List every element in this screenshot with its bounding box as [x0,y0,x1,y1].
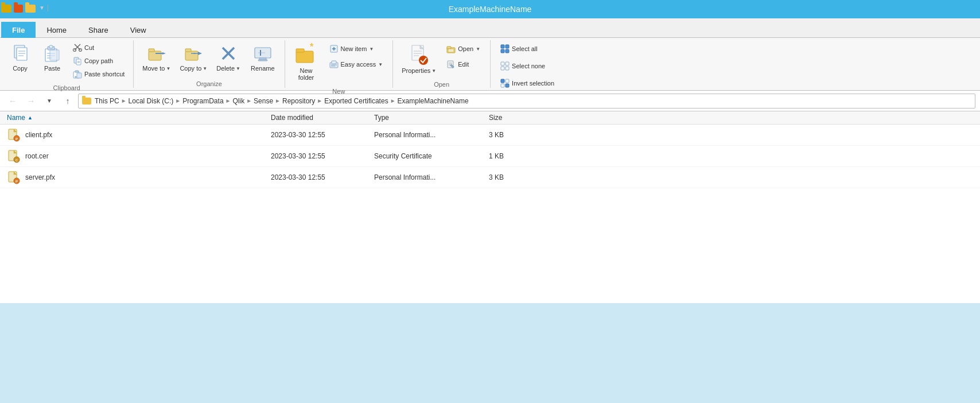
svg-rect-17 [76,59,81,65]
svg-rect-11 [50,50,59,60]
column-type[interactable]: Type [374,114,489,122]
file-size-0: 3 KB [489,131,546,139]
path-segment-7[interactable]: ExampleMachineName [398,97,469,105]
svg-rect-40 [296,51,313,63]
menu-tabs: File Home Share View [0,18,980,38]
svg-rect-69 [501,67,504,70]
open-button[interactable]: Open ▼ [441,41,485,56]
paste-shortcut-icon [73,69,82,79]
copy-to-icon [183,43,204,64]
file-row-0[interactable]: P client.pfx 2023-03-30 12:55 Personal I… [0,125,980,146]
column-size[interactable]: Size [489,114,546,122]
column-name[interactable]: Name ▲ [7,114,271,122]
svg-rect-25 [149,49,154,52]
file-list-container: Name ▲ Date modified Type Size [0,111,980,303]
ribbon-group-clipboard: Copy [0,40,134,88]
ribbon: Copy [0,38,980,91]
svg-rect-70 [505,67,509,70]
edit-button[interactable]: Edit [441,57,485,72]
select-all-button[interactable]: Select all [495,41,559,56]
svg-rect-65 [501,49,504,53]
invert-selection-button[interactable]: Invert selection [495,76,559,91]
edit-icon [446,60,456,69]
back-button[interactable]: ← [5,93,21,109]
paste-button[interactable]: Paste [37,40,68,75]
tab-view[interactable]: View [119,22,157,38]
copy-path-icon [73,56,82,65]
path-segment-1[interactable]: Local Disk (C:) [129,97,174,105]
address-bar: ← → ▼ ↑ This PC ► Local Disk (C:) ► Prog… [0,91,980,111]
file-type-0: Personal Informati... [374,131,489,139]
empty-area [0,188,980,303]
ribbon-group-open: Properties ▼ Open [393,40,491,88]
forward-button[interactable]: → [23,93,39,109]
tab-share[interactable]: Share [77,22,119,38]
svg-text:C: C [15,158,18,162]
ribbon-group-organize: Move to ▼ [134,40,285,88]
svg-rect-71 [501,79,504,83]
svg-rect-7 [49,45,53,48]
file-date-0: 2023-03-30 12:55 [271,131,374,139]
svg-rect-73 [501,84,504,87]
path-segment-6[interactable]: Exported Certificates [324,97,388,105]
path-segment-4[interactable]: Sense [254,97,273,105]
ribbon-group-new: * Newfolder [285,40,394,88]
address-path[interactable]: This PC ► Local Disk (C:) ► ProgramData … [78,94,975,108]
file-row-1[interactable]: C root.cer 2023-03-30 12:55 Security Cer… [0,146,980,167]
tab-file[interactable]: File [1,22,36,38]
new-item-button[interactable]: New item ▼ [324,41,388,56]
file-name-0: client.pfx [25,131,52,139]
up-button[interactable]: ↑ [60,93,76,109]
svg-rect-22 [77,73,81,78]
move-to-button[interactable]: Move to ▼ [138,40,174,75]
path-segment-5[interactable]: Repository [282,97,315,105]
svg-text:*: * [310,43,314,52]
file-date-2: 2023-03-30 12:55 [271,173,374,181]
delete-button[interactable]: Delete ▼ [212,40,244,75]
path-segment-2[interactable]: ProgramData [182,97,223,105]
svg-rect-74 [505,84,509,87]
clipboard-label: Clipboard [5,83,129,92]
svg-rect-41 [296,49,304,52]
select-none-button[interactable]: Select none [495,59,559,73]
svg-text:P: P [15,180,18,183]
cut-button[interactable]: Cut [69,41,129,54]
copy-to-button[interactable]: Copy to ▼ [176,40,211,75]
file-row-2[interactable]: P server.pfx 2023-03-30 12:55 Personal I… [0,167,980,188]
svg-rect-29 [185,49,191,52]
path-segment-0[interactable]: This PC [95,97,119,105]
column-date[interactable]: Date modified [271,114,374,122]
quick-access-bar: ▼ | [1,3,49,11]
svg-rect-57 [447,46,451,49]
select-all-icon [500,44,510,53]
invert-selection-icon [500,79,510,88]
properties-icon [407,43,430,66]
copy-path-button[interactable]: Copy path [69,55,129,67]
path-folder-icon [82,98,91,104]
delete-icon [218,43,239,64]
svg-rect-64 [505,45,509,48]
copy-button[interactable]: Copy [5,40,36,75]
rename-button[interactable]: Rename [246,40,280,75]
svg-rect-24 [149,51,161,60]
svg-text:P: P [15,137,18,141]
copy-icon [10,43,30,64]
new-folder-button[interactable]: * Newfolder [290,40,323,84]
easy-access-button[interactable]: Easy access ▼ [324,57,388,72]
sort-arrow: ▲ [28,115,33,121]
file-name-2: server.pfx [25,173,55,181]
move-to-icon [146,43,167,64]
file-icon-2: P [7,170,21,184]
properties-button[interactable]: Properties ▼ [398,40,440,77]
path-segment-3[interactable]: Qlik [232,97,244,105]
paste-shortcut-button[interactable]: Paste shortcut [69,68,129,80]
select-none-icon [500,61,510,71]
file-type-1: Security Certificate [374,152,489,160]
svg-rect-21 [75,71,79,72]
svg-rect-67 [501,62,504,65]
tab-home[interactable]: Home [36,22,77,38]
new-folder-icon: * [295,43,318,66]
new-item-icon [329,44,339,53]
svg-rect-58 [448,49,454,52]
recent-locations-button[interactable]: ▼ [41,93,57,109]
